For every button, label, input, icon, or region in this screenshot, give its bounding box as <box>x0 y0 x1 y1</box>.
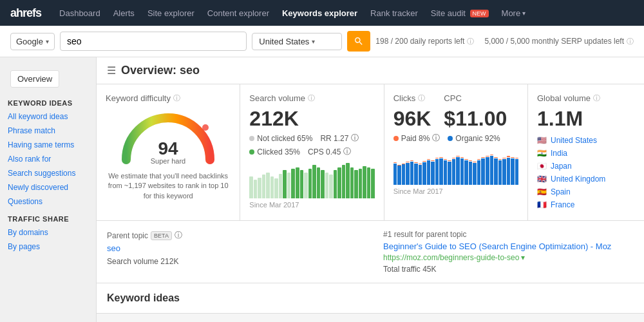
nav-site-audit[interactable]: Site audit NEW <box>426 6 494 21</box>
nav-more[interactable]: More <box>497 6 531 21</box>
clicks-orange-bar <box>481 157 485 158</box>
sidebar-item-questions[interactable]: Questions <box>0 194 96 209</box>
clicks-blue-bar <box>397 166 401 185</box>
parent-topic-label: Parent topic BETA ⓘ <box>107 230 357 241</box>
clicks-blue-bar <box>452 159 456 185</box>
dropdown-icon: ▾ <box>521 253 525 262</box>
sv-bar <box>279 174 283 198</box>
engine-select[interactable]: Google <box>10 33 55 50</box>
clicks-value: 96K <box>393 108 431 129</box>
sv-bar <box>342 165 346 198</box>
clicks-orange-bar <box>494 157 498 158</box>
clicks-cpc-card: Clicks ⓘ 96K CPC $11.00 <box>384 84 527 220</box>
nav-dashboard[interactable]: Dashboard <box>54 6 106 21</box>
sv-bar <box>262 175 266 198</box>
clicks-blue-bar <box>393 164 397 185</box>
gv-info-icon[interactable]: ⓘ <box>593 93 600 103</box>
sidebar-item-by-domains[interactable]: By domains <box>0 225 96 240</box>
clicks-orange-bar <box>469 160 473 161</box>
result-url[interactable]: https://moz.com/beginners-guide-to-seo ▾ <box>383 253 634 262</box>
sv-card-title: Search volume ⓘ <box>249 93 374 103</box>
sv-bar <box>304 173 308 198</box>
kd-info-icon[interactable]: ⓘ <box>173 93 180 103</box>
cps-stat: CPS 0.45 ⓘ <box>308 146 351 157</box>
country-name: India <box>551 149 567 158</box>
country-list-item[interactable]: 🇬🇧United Kingdom <box>537 173 635 185</box>
sv-info-icon[interactable]: ⓘ <box>308 93 315 103</box>
sv-bar <box>359 169 363 198</box>
clicks-orange-bar <box>507 156 511 156</box>
global-volume-card: Global volume ⓘ 1.1M 🇺🇸United States🇮🇳In… <box>528 84 644 220</box>
country-flag: 🇬🇧 <box>537 175 547 184</box>
sv-bar <box>363 166 366 198</box>
sidebar-item-by-pages[interactable]: By pages <box>0 240 96 254</box>
parent-topic-value[interactable]: seo <box>107 243 357 253</box>
sv-chart <box>249 160 374 198</box>
country-select[interactable]: United States <box>252 33 342 50</box>
country-list-item[interactable]: 🇫🇷France <box>537 198 635 211</box>
clicks-title: Clicks ⓘ <box>393 93 431 103</box>
sidebar-item-having-same-terms[interactable]: Having same terms <box>0 138 96 152</box>
rr-info-icon[interactable]: ⓘ <box>351 133 359 144</box>
country-name: France <box>551 200 574 209</box>
nav-alerts[interactable]: Alerts <box>108 6 140 21</box>
clicks-orange-bar <box>490 155 494 155</box>
clicks-orange-bar <box>427 159 431 160</box>
country-list-item[interactable]: 🇺🇸United States <box>537 134 635 147</box>
clicks-blue-bar <box>490 156 494 185</box>
gauge-container: 94 Super hard <box>106 108 231 166</box>
sidebar-section-traffic-share: TRAFFIC SHARE <box>0 209 96 225</box>
sv-bar <box>266 173 270 198</box>
logo-text: ahrefs <box>10 6 41 19</box>
search-input[interactable] <box>60 32 247 51</box>
clicks-blue-bar <box>410 162 414 185</box>
sidebar-item-also-rank-for[interactable]: Also rank for <box>0 152 96 166</box>
country-list-item[interactable]: 🇮🇳India <box>537 147 635 160</box>
clicks-blue-bar <box>402 164 406 185</box>
sidebar-item-all-keyword-ideas[interactable]: All keyword ideas <box>0 109 96 124</box>
clicks-orange-bar <box>515 158 519 158</box>
country-flag: 🇺🇸 <box>537 136 547 145</box>
sv-bar <box>325 173 329 198</box>
sidebar-overview[interactable]: Overview <box>10 70 59 88</box>
paid-info-icon[interactable]: ⓘ <box>432 133 440 144</box>
keyword-ideas-section: Keyword ideas <box>97 283 644 314</box>
sv-bar <box>283 170 287 198</box>
clicks-orange-bar <box>498 159 502 160</box>
search-button[interactable] <box>347 31 370 52</box>
keyword-difficulty-card: Keyword difficulty ⓘ <box>97 84 240 220</box>
sidebar-item-search-suggestions[interactable]: Search suggestions <box>0 166 96 180</box>
sv-bar <box>334 170 337 198</box>
pt-info-icon[interactable]: ⓘ <box>175 230 182 241</box>
nav-content-explorer[interactable]: Content explorer <box>202 6 274 21</box>
rr-stat: RR 1.27 ⓘ <box>320 133 359 144</box>
clicks-blue-bar <box>477 160 481 185</box>
clicks-orange-bar <box>414 162 418 163</box>
clicks-blue-bar <box>419 165 422 185</box>
sv-bar <box>300 170 304 198</box>
sidebar-item-phrase-match[interactable]: Phrase match <box>0 124 96 138</box>
nav-rank-tracker[interactable]: Rank tracker <box>365 6 423 21</box>
menu-icon[interactable]: ☰ <box>107 64 116 77</box>
sidebar-section-keyword-ideas: KEYWORD IDEAS <box>0 93 96 109</box>
serp-info-icon[interactable]: ⓘ <box>627 37 634 46</box>
country-list-item[interactable]: 🇪🇸Spain <box>537 185 635 198</box>
clicks-blue-bar <box>507 158 511 185</box>
clicked-stat: Clicked 35% <box>249 146 300 157</box>
main-layout: Overview KEYWORD IDEAS All keyword ideas… <box>0 57 644 322</box>
content-area: ☰ Overview: seo Keyword difficulty ⓘ <box>97 57 644 322</box>
sv-bar <box>350 167 354 198</box>
cps-info-icon[interactable]: ⓘ <box>343 146 351 157</box>
gv-value: 1.1M <box>537 108 635 129</box>
clicks-info-icon[interactable]: ⓘ <box>418 93 425 103</box>
nav-site-explorer[interactable]: Site explorer <box>142 6 200 21</box>
clicks-blue-bar <box>481 158 485 185</box>
result-title-link[interactable]: Beginner's Guide to SEO (Search Engine O… <box>383 242 611 251</box>
sidebar-item-newly-discovered[interactable]: Newly discovered <box>0 180 96 194</box>
kd-description: We estimate that you'll need backlinks f… <box>106 171 231 201</box>
nav-keywords-explorer[interactable]: Keywords explorer <box>277 6 363 21</box>
country-list-item[interactable]: 🇯🇵Japan <box>537 160 635 173</box>
sv-bar <box>291 169 295 198</box>
daily-info-icon[interactable]: ⓘ <box>467 37 474 46</box>
country-flag: 🇫🇷 <box>537 200 547 209</box>
